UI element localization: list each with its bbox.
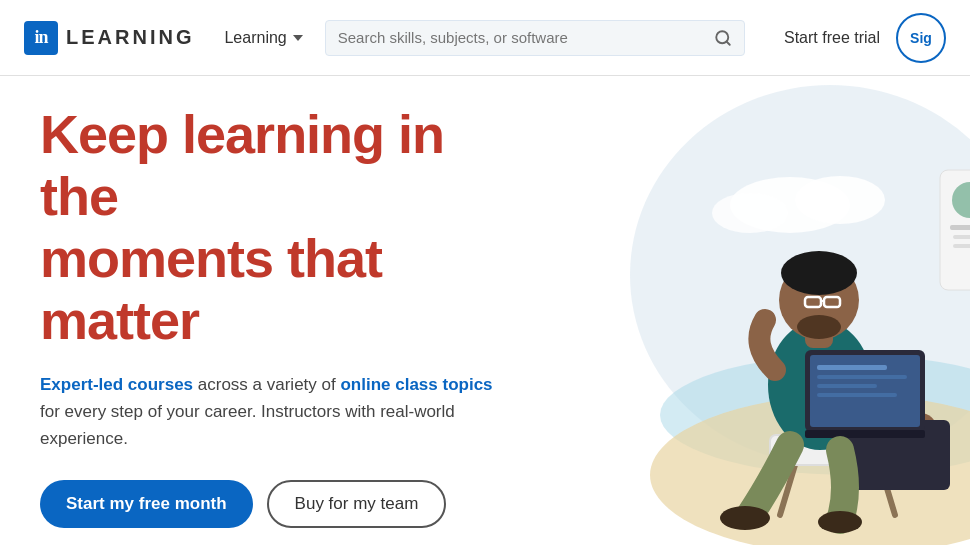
svg-rect-35 bbox=[953, 235, 970, 239]
svg-point-15 bbox=[781, 251, 857, 295]
svg-rect-34 bbox=[950, 225, 970, 230]
logo-area: in LEARNING bbox=[24, 21, 194, 55]
hero-headline-line1: Keep learning in the bbox=[40, 104, 444, 226]
svg-point-16 bbox=[797, 315, 841, 339]
hero-subtext-highlight2: online class topics bbox=[340, 375, 492, 394]
svg-rect-29 bbox=[805, 430, 925, 438]
buy-for-team-button[interactable]: Buy for my team bbox=[267, 480, 447, 528]
svg-rect-36 bbox=[953, 244, 970, 248]
start-free-trial-button[interactable]: Start free trial bbox=[784, 29, 880, 47]
svg-line-1 bbox=[726, 41, 729, 44]
svg-rect-27 bbox=[817, 393, 897, 397]
header: in LEARNING Learning Start free trial Si… bbox=[0, 0, 970, 76]
svg-point-4 bbox=[795, 176, 885, 224]
search-icon bbox=[714, 29, 732, 47]
svg-point-5 bbox=[712, 193, 788, 233]
search-container bbox=[325, 20, 745, 56]
svg-point-30 bbox=[720, 506, 770, 530]
illustration-wrapper bbox=[560, 76, 970, 545]
start-free-month-button[interactable]: Start my free month bbox=[40, 480, 253, 528]
header-right: Start free trial Sig bbox=[784, 13, 946, 63]
hero-subtext-part2: across a variety of bbox=[193, 375, 340, 394]
hero-illustration-svg bbox=[560, 76, 970, 545]
hero-content: Keep learning in the moments that matter… bbox=[0, 76, 560, 545]
nav-dropdown-label: Learning bbox=[224, 29, 286, 47]
svg-rect-25 bbox=[817, 375, 907, 379]
hero-buttons: Start my free month Buy for my team bbox=[40, 480, 536, 528]
learning-nav-dropdown[interactable]: Learning bbox=[210, 21, 316, 55]
svg-point-31 bbox=[818, 511, 862, 533]
sign-in-button[interactable]: Sig bbox=[896, 13, 946, 63]
svg-rect-24 bbox=[817, 365, 887, 370]
hero-headline-line2: moments that matter bbox=[40, 228, 382, 350]
hero-subtext-part3: for every step of your career. Instructo… bbox=[40, 402, 455, 448]
svg-rect-26 bbox=[817, 384, 877, 388]
search-input[interactable] bbox=[338, 29, 706, 46]
hero-section: Keep learning in the moments that matter… bbox=[0, 76, 970, 545]
chevron-down-icon bbox=[293, 35, 303, 41]
hero-headline: Keep learning in the moments that matter bbox=[40, 103, 536, 351]
logo-text: LEARNING bbox=[66, 26, 194, 49]
hero-subtext-highlight1: Expert-led courses bbox=[40, 375, 193, 394]
linkedin-logo-icon: in bbox=[24, 21, 58, 55]
hero-illustration bbox=[560, 76, 970, 545]
hero-subtext: Expert-led courses across a variety of o… bbox=[40, 371, 510, 453]
